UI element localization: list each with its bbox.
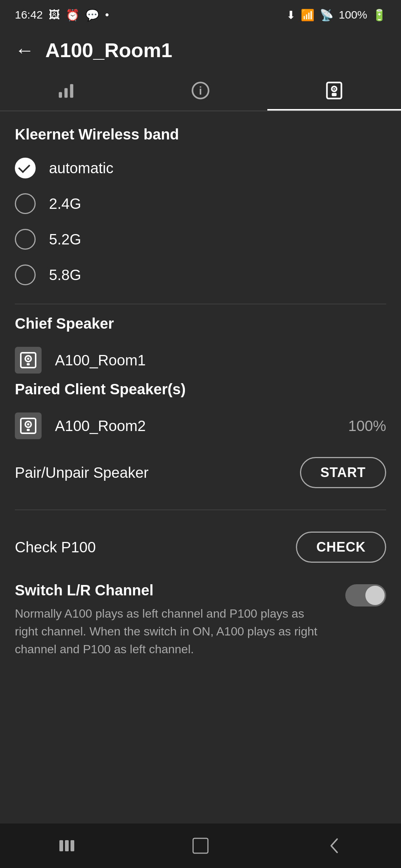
- switch-channel-toggle[interactable]: [345, 584, 386, 606]
- wireless-band-title: Kleernet Wireless band: [15, 126, 386, 143]
- radio-5.8g[interactable]: 5.8G: [15, 257, 386, 293]
- paired-speaker-icon-svg: [19, 417, 37, 435]
- pair-unpair-row: Pair/Unpair Speaker START: [15, 447, 386, 499]
- tab-speaker[interactable]: [267, 70, 401, 111]
- status-right: ⬇ 📶 📡 100% 🔋: [286, 9, 386, 22]
- status-battery: 100%: [339, 9, 367, 21]
- content: Kleernet Wireless band automatic 2.4G 5.…: [0, 111, 401, 688]
- status-dot-icon: •: [105, 9, 109, 21]
- chief-speaker-title: Chief Speaker: [15, 315, 386, 332]
- radio-5.2g-circle: [15, 229, 36, 250]
- status-download-icon: ⬇: [286, 9, 296, 22]
- switch-channel-text: Switch L/R Channel Normally A100 plays a…: [15, 582, 345, 658]
- chief-speaker-name: A100_Room1: [55, 352, 386, 369]
- svg-text:i: i: [199, 85, 202, 97]
- nav-back-button[interactable]: [323, 835, 345, 857]
- status-bar: 16:42 🖼 ⏰ 💬 • ⬇ 📶 📡 100% 🔋: [0, 0, 401, 30]
- radio-5.2g[interactable]: 5.2G: [15, 221, 386, 257]
- paired-speaker-title: Paired Client Speaker(s): [15, 381, 386, 398]
- toggle-knob: [365, 586, 385, 605]
- nav-menu-button[interactable]: [56, 835, 78, 857]
- divider-1: [15, 304, 386, 304]
- signal-icon: [57, 81, 76, 100]
- switch-channel-row: Switch L/R Channel Normally A100 plays a…: [15, 573, 386, 673]
- radio-5.8g-label: 5.8G: [49, 267, 81, 283]
- speaker-tab-icon: [325, 81, 344, 100]
- svg-rect-1: [65, 88, 68, 98]
- divider-2: [15, 510, 386, 510]
- radio-automatic-circle: [15, 158, 36, 178]
- nav-home-button[interactable]: [189, 835, 212, 857]
- paired-speaker-icon: [15, 412, 42, 439]
- svg-rect-0: [59, 92, 62, 98]
- paired-speaker-name: A100_Room2: [55, 418, 348, 434]
- svg-rect-17: [59, 840, 63, 851]
- radio-5.2g-label: 5.2G: [49, 231, 81, 248]
- svg-point-15: [27, 423, 29, 425]
- radio-automatic[interactable]: automatic: [15, 150, 386, 186]
- wireless-band-section: Kleernet Wireless band automatic 2.4G 5.…: [15, 126, 386, 293]
- radio-2.4g[interactable]: 2.4G: [15, 186, 386, 221]
- chief-speaker-row: A100_Room1: [15, 339, 386, 381]
- back-button[interactable]: ←: [15, 39, 34, 61]
- start-button[interactable]: START: [300, 457, 386, 488]
- check-p100-label: Check P100: [15, 539, 96, 556]
- status-signal-icon: 📡: [320, 9, 333, 22]
- svg-rect-19: [71, 840, 74, 851]
- paired-speaker-section: Paired Client Speaker(s) A100_Room2 100%: [15, 381, 386, 447]
- page-title: A100_Room1: [45, 39, 172, 62]
- check-button[interactable]: CHECK: [296, 532, 386, 563]
- check-p100-row: Check P100 CHECK: [15, 521, 386, 573]
- header: ← A100_Room1: [0, 30, 401, 70]
- chief-speaker-section: Chief Speaker A100_Room1: [15, 315, 386, 381]
- paired-speaker-row: A100_Room2 100%: [15, 405, 386, 447]
- back-nav-icon: [323, 835, 345, 857]
- chief-speaker-icon: [15, 347, 42, 374]
- svg-rect-16: [27, 429, 30, 431]
- status-photo-icon: 🖼: [49, 9, 60, 21]
- nav-bar: [0, 823, 401, 868]
- pair-unpair-label: Pair/Unpair Speaker: [15, 464, 149, 481]
- radio-2.4g-circle: [15, 193, 36, 214]
- info-icon: i: [191, 81, 210, 100]
- switch-channel-desc: Normally A100 plays as left channel and …: [15, 605, 330, 658]
- menu-icon: [56, 835, 78, 857]
- status-battery-icon: 🔋: [372, 9, 386, 22]
- svg-point-7: [333, 88, 335, 90]
- switch-channel-title: Switch L/R Channel: [15, 582, 330, 599]
- svg-rect-12: [27, 363, 30, 365]
- paired-speaker-volume: 100%: [348, 418, 386, 434]
- svg-rect-20: [193, 838, 208, 853]
- svg-point-11: [27, 358, 29, 360]
- radio-2.4g-label: 2.4G: [49, 195, 81, 212]
- tab-signal[interactable]: [0, 70, 134, 111]
- status-time: 16:42: [15, 9, 43, 21]
- status-clock-icon: ⏰: [66, 9, 79, 22]
- status-wifi-icon: 📶: [301, 9, 314, 22]
- status-left: 16:42 🖼 ⏰ 💬 •: [15, 9, 109, 22]
- radio-automatic-label: automatic: [49, 160, 113, 177]
- tab-info[interactable]: i: [134, 70, 267, 111]
- tab-bar: i: [0, 70, 401, 111]
- svg-rect-2: [70, 84, 74, 98]
- home-icon: [189, 835, 212, 857]
- speaker-icon: [19, 351, 37, 369]
- radio-5.8g-circle: [15, 264, 36, 285]
- status-whatsapp-icon: 💬: [85, 9, 99, 22]
- svg-rect-8: [332, 93, 337, 96]
- svg-rect-18: [65, 840, 69, 851]
